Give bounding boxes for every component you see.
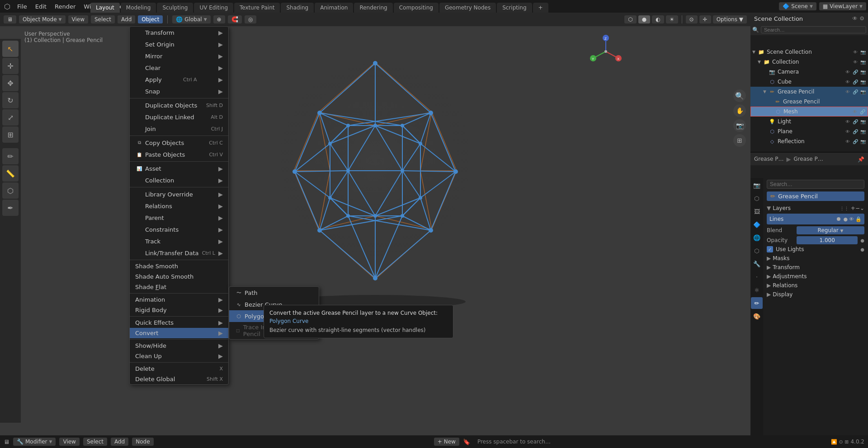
pivot-selector[interactable]: ⊕ — [213, 15, 225, 23]
vis-gp-icon[interactable]: 👁 — [844, 89, 851, 95]
link-light-icon[interactable]: 🔗 — [852, 118, 859, 125]
viewport-shading-render[interactable]: ☀ — [666, 15, 678, 23]
view-menu[interactable]: View — [68, 15, 88, 23]
tab-add[interactable]: + — [533, 3, 548, 13]
props-tab-modifiers[interactable]: 🔧 — [751, 258, 763, 270]
remove-layer-icon[interactable]: − — [855, 205, 860, 211]
outliner-cube[interactable]: ▶ ⬡ Cube 👁 🔗 📷 — [750, 77, 868, 87]
bottom-add[interactable]: Add — [111, 438, 128, 446]
editor-type-btn[interactable]: 🖥 — [4, 15, 16, 23]
outliner-mesh[interactable]: ▶ ⬡ Mesh 👁 🔗 — [750, 107, 868, 117]
props-tab-world[interactable]: 🌐 — [751, 232, 763, 243]
props-tab-data[interactable]: ✏ — [751, 297, 763, 309]
tool-add-object[interactable]: ⬡ — [2, 182, 19, 199]
outliner-light[interactable]: ▶ 💡 Light 👁 🔗 📷 — [750, 117, 868, 126]
tab-scripting[interactable]: Scripting — [497, 3, 532, 13]
link-ref-icon[interactable]: 🔗 — [852, 138, 859, 145]
outliner-reflection[interactable]: ▶ ◇ Reflection 👁 🔗 📷 — [750, 136, 868, 146]
menu-delete-global[interactable]: Delete Global Shift X — [130, 374, 228, 384]
menu-parent[interactable]: Parent ▶ — [130, 212, 228, 224]
tool-cursor[interactable]: ✛ — [2, 58, 19, 74]
3d-viewport-content[interactable] — [240, 35, 511, 306]
menu-clear[interactable]: Clear ▶ — [130, 62, 228, 74]
snap-toggle[interactable]: 🧲 — [228, 15, 242, 23]
menu-link-transfer[interactable]: Link/Transfer Data Ctrl L ▶ — [130, 247, 228, 259]
menu-mirror[interactable]: Mirror ▶ — [130, 50, 228, 62]
use-lights-dot-icon[interactable]: ● — [860, 247, 864, 252]
props-tab-output[interactable]: ⬡ — [751, 192, 763, 204]
menu-render[interactable]: Render — [51, 2, 79, 11]
menu-rigid-body[interactable]: Rigid Body ▶ — [130, 305, 228, 315]
link-mesh-icon[interactable]: 🔗 — [859, 108, 866, 115]
tool-select[interactable]: ↖ — [2, 41, 19, 57]
outliner-grease-pencil-data[interactable]: ▶ ✏ Grease Pencil — [750, 97, 868, 107]
menu-library-override[interactable]: Library Override ▶ — [130, 188, 228, 200]
render-light-icon[interactable]: 📷 — [860, 118, 866, 125]
layers-section-header[interactable]: ▼ Layers ⋮⋮ + − ⌄ — [767, 204, 864, 213]
tool-scale[interactable]: ⤢ — [2, 109, 19, 126]
object-menu-trigger[interactable]: Object — [138, 15, 163, 23]
vis-cube-icon[interactable]: 👁 — [844, 79, 851, 85]
menu-set-origin[interactable]: Set Origin ▶ — [130, 38, 228, 50]
props-tab-object[interactable]: ⬡ — [751, 245, 763, 257]
use-lights-checkbox[interactable]: ✓ — [767, 246, 773, 252]
blend-selector[interactable]: Regular ▼ — [797, 226, 864, 234]
menu-shade-auto-smooth[interactable]: Shade Auto Smooth — [130, 271, 228, 282]
render-plane-icon[interactable]: 📷 — [860, 128, 866, 135]
filter-icon[interactable]: ⚙ — [859, 15, 864, 22]
layer-hide-icon[interactable]: 👁 — [849, 216, 854, 222]
select-menu[interactable]: Select — [91, 15, 115, 23]
hide-icon[interactable]: 👁 — [852, 15, 858, 22]
relations-section[interactable]: ▶ Relations — [767, 281, 864, 290]
layers-move-icon[interactable]: ⌄ — [860, 205, 864, 211]
bottom-node[interactable]: Node — [132, 438, 153, 446]
menu-clean-up[interactable]: Clean Up ▶ — [130, 351, 228, 361]
add-menu[interactable]: Add — [118, 15, 135, 23]
opacity-dot-icon[interactable]: ● — [860, 238, 864, 243]
render-cube-icon[interactable]: 📷 — [860, 79, 866, 85]
menu-join[interactable]: Join Ctrl J — [130, 123, 228, 135]
tab-uv-editing[interactable]: UV Editing — [194, 3, 233, 13]
props-tab-material[interactable]: 🎨 — [751, 310, 763, 322]
menu-relations[interactable]: Relations ▶ — [130, 200, 228, 212]
layer-color-dot[interactable] — [837, 217, 840, 221]
tool-transform[interactable]: ⊞ — [2, 126, 19, 143]
render-icon[interactable]: 📷 — [860, 49, 866, 55]
layer-lock-icon[interactable]: 🔒 — [855, 216, 862, 222]
options-btn[interactable]: Options ▼ — [713, 15, 747, 23]
link-plane-icon[interactable]: 🔗 — [852, 128, 859, 135]
menu-animation[interactable]: Animation ▶ — [130, 294, 228, 305]
vis-icon-2[interactable]: 👁 — [852, 59, 859, 65]
props-tab-render[interactable]: 📷 — [751, 179, 763, 191]
viewport[interactable]: 🖥 Object Mode ▼ View Select Add Object 🌐… — [0, 13, 750, 435]
props-object-name[interactable]: ✏ Grease Pencil — [767, 191, 864, 201]
masks-section[interactable]: ▶ Masks — [767, 254, 864, 263]
menu-convert[interactable]: Convert ▶ — [130, 328, 228, 338]
tool-measure[interactable]: 📏 — [2, 165, 19, 182]
bottom-view[interactable]: View — [59, 438, 79, 446]
menu-duplicate-objects[interactable]: Duplicate Objects Shift D — [130, 99, 228, 111]
vis-light-icon[interactable]: 👁 — [844, 118, 851, 125]
vis-plane-icon[interactable]: 👁 — [844, 128, 851, 135]
adjustments-section[interactable]: ▶ Adjustments — [767, 272, 864, 281]
tab-animation[interactable]: Animation — [315, 3, 353, 13]
tab-layout[interactable]: Layout — [90, 3, 120, 13]
menu-constraints[interactable]: Constraints ▶ — [130, 224, 228, 235]
bookmark-icon[interactable]: 🔖 — [463, 439, 470, 445]
orientation-gizmo[interactable]: Z X Y — [588, 33, 624, 70]
menu-track[interactable]: Track ▶ — [130, 235, 228, 247]
tool-move[interactable]: ✥ — [2, 75, 19, 91]
tab-modeling[interactable]: Modeling — [121, 3, 156, 13]
props-tab-physics[interactable]: ⚛ — [751, 284, 763, 296]
bottom-new-btn[interactable]: + New — [434, 438, 459, 446]
outliner-grease-pencil-parent[interactable]: ▼ ✏ Grease Pencil 👁 🔗 📷 — [750, 87, 868, 97]
outliner-camera[interactable]: ▶ 📷 Camera 👁 🔗 📷 — [750, 67, 868, 77]
view-layer-selector[interactable]: ▦ ViewLayer ▼ — [819, 2, 866, 10]
menu-asset[interactable]: 📊 Asset ▶ — [130, 163, 228, 174]
display-section[interactable]: ▶ Display — [767, 290, 864, 299]
menu-show-hide[interactable]: Show/Hide ▶ — [130, 341, 228, 351]
outliner-collection[interactable]: ▼ 📁 Collection 👁 📷 — [750, 57, 868, 67]
tool-annotate[interactable]: ✏ — [2, 148, 19, 164]
render-cam-icon[interactable]: 📷 — [860, 69, 866, 75]
outliner-scene-collection[interactable]: ▼ 📁 Scene Collection 👁 📷 — [750, 47, 868, 57]
